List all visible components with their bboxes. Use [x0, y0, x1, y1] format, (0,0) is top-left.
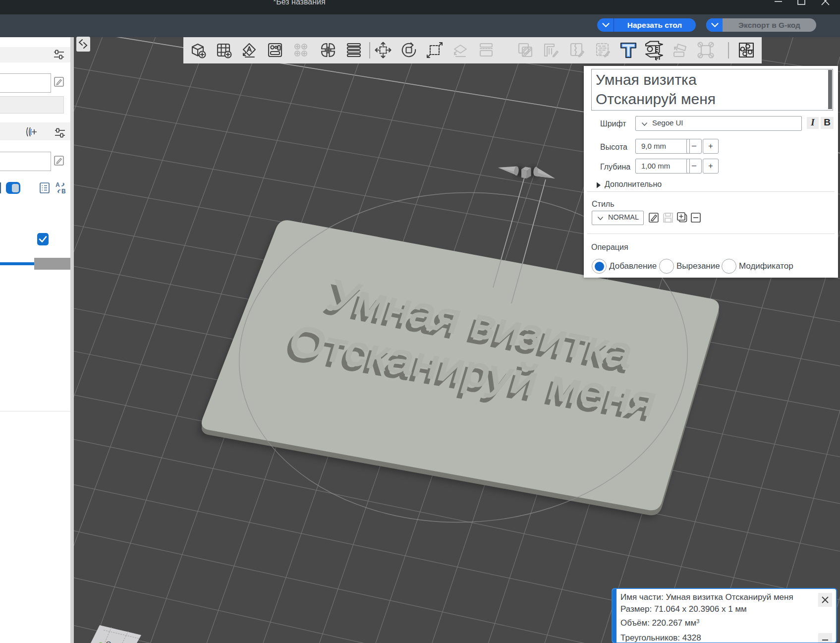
svg-text:A: A	[56, 182, 60, 188]
svg-text:B: B	[61, 188, 66, 194]
